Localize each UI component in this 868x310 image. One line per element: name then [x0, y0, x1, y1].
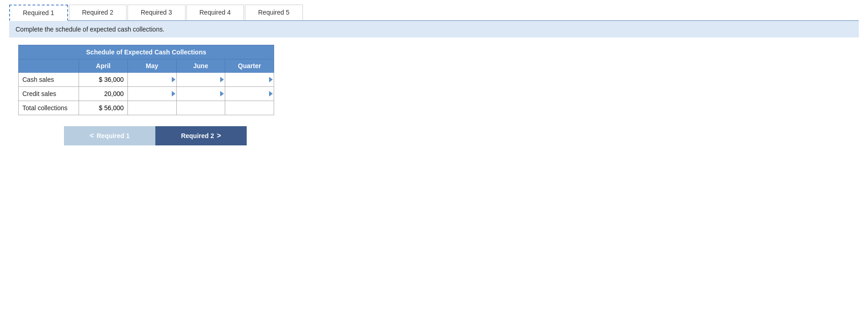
credit-sales-may-arrow: [172, 91, 175, 96]
tab-1-label: Required 1: [23, 9, 54, 16]
table-row-total-collections: Total collections $ 56,000: [19, 101, 274, 115]
tab-3-label: Required 3: [141, 9, 172, 16]
total-collections-june-cell[interactable]: [176, 101, 225, 115]
prev-button[interactable]: Required 1: [64, 126, 155, 145]
chevron-left-icon: [90, 132, 94, 140]
credit-sales-june-arrow: [220, 91, 224, 96]
cash-sales-june-arrow: [220, 77, 224, 82]
tab-2-label: Required 2: [82, 9, 114, 16]
tabs-container: Required 1 Required 2 Required 3 Require…: [9, 5, 859, 21]
next-button-label: Required 2: [181, 132, 214, 139]
credit-sales-june-cell[interactable]: [176, 87, 225, 101]
credit-sales-quarter-arrow: [269, 91, 273, 96]
total-collections-april-value: $ 56,000: [79, 101, 128, 115]
chevron-right-icon: [217, 132, 221, 140]
tab-5-label: Required 5: [258, 9, 290, 16]
prev-button-label: Required 1: [96, 132, 129, 139]
cash-sales-quarter-cell[interactable]: [225, 73, 274, 87]
cash-sales-quarter-input[interactable]: [225, 73, 274, 86]
col-header-may: May: [127, 59, 176, 73]
total-collections-may-cell[interactable]: [127, 101, 176, 115]
tab-4-label: Required 4: [200, 9, 231, 16]
instruction-text: Complete the schedule of expected cash c…: [16, 26, 164, 33]
cash-sales-june-input[interactable]: [177, 73, 225, 86]
credit-sales-quarter-cell[interactable]: [225, 87, 274, 101]
tab-required-4[interactable]: Required 4: [186, 5, 244, 20]
cash-sales-may-input[interactable]: [128, 73, 176, 86]
credit-sales-may-input[interactable]: [128, 87, 176, 101]
table-row-cash-sales: Cash sales $ 36,000: [19, 73, 274, 87]
credit-sales-april-value: 20,000: [79, 87, 128, 101]
table-title-row: Schedule of Expected Cash Collections: [19, 45, 274, 59]
page-container: Required 1 Required 2 Required 3 Require…: [0, 0, 868, 310]
row-label-total-collections: Total collections: [19, 101, 79, 115]
cash-sales-quarter-arrow: [269, 77, 273, 82]
row-label-cash-sales: Cash sales: [19, 73, 79, 87]
col-header-april: April: [79, 59, 128, 73]
col-header-quarter: Quarter: [225, 59, 274, 73]
instruction-bar: Complete the schedule of expected cash c…: [9, 21, 859, 37]
table-wrapper: Schedule of Expected Cash Collections Ap…: [18, 45, 283, 145]
credit-sales-may-cell[interactable]: [127, 87, 176, 101]
table-header-row: April May June Quarter: [19, 59, 274, 73]
total-collections-june-input[interactable]: [177, 101, 225, 115]
tab-required-2[interactable]: Required 2: [69, 5, 127, 20]
schedule-table: Schedule of Expected Cash Collections Ap…: [18, 45, 274, 115]
tab-required-3[interactable]: Required 3: [127, 5, 185, 20]
credit-sales-june-input[interactable]: [177, 87, 225, 101]
col-header-june: June: [176, 59, 225, 73]
col-header-label: [19, 59, 79, 73]
cash-sales-may-cell[interactable]: [127, 73, 176, 87]
table-title: Schedule of Expected Cash Collections: [19, 45, 274, 59]
cash-sales-june-cell[interactable]: [176, 73, 225, 87]
total-collections-quarter-cell[interactable]: [225, 101, 274, 115]
next-button[interactable]: Required 2: [155, 126, 247, 145]
cash-sales-may-arrow: [172, 77, 175, 82]
cash-sales-april-value: $ 36,000: [79, 73, 128, 87]
total-collections-may-input[interactable]: [128, 101, 176, 115]
tab-required-5[interactable]: Required 5: [245, 5, 303, 20]
nav-buttons: Required 1 Required 2: [27, 126, 283, 145]
total-collections-quarter-input[interactable]: [225, 101, 274, 115]
tab-required-1[interactable]: Required 1: [9, 5, 68, 21]
row-label-credit-sales: Credit sales: [19, 87, 79, 101]
credit-sales-quarter-input[interactable]: [225, 87, 274, 101]
table-row-credit-sales: Credit sales 20,000: [19, 87, 274, 101]
